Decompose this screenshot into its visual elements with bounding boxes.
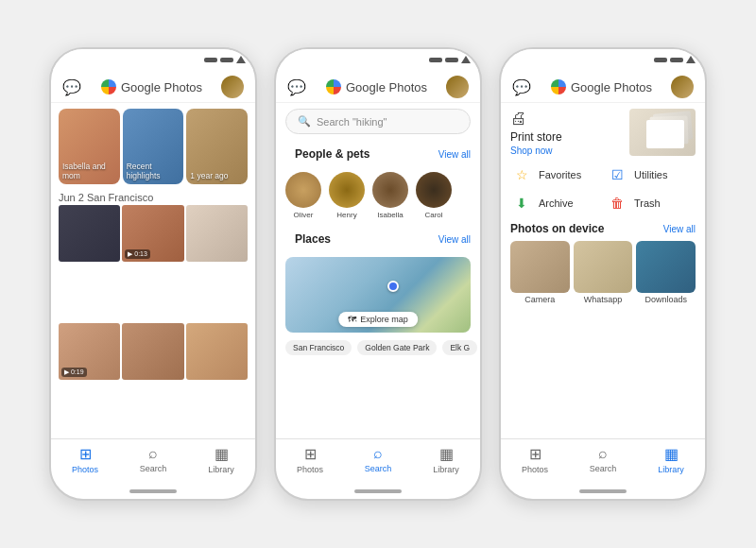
nav-library-1[interactable]: ▦ Library [187,445,255,474]
wifi-icon-2 [445,58,458,62]
person-avatar-oliver [285,172,321,208]
photo-cell-2[interactable] [186,205,248,262]
app-header-1: 💬 Google Photos [51,70,255,103]
person-oliver[interactable]: Oliver [285,172,321,219]
chat-icon[interactable]: 💬 [62,78,81,96]
app-name-1: Google Photos [121,80,202,94]
phone-notch-1 [51,49,255,70]
photo-cell-5[interactable] [186,323,248,380]
search-bar[interactable]: 🔍 Search "hiking" [285,109,471,134]
print-store-title: Print store [510,130,562,144]
print-store-image [629,109,696,156]
library-nav-icon-2: ▦ [439,445,454,463]
app-logo-1: Google Photos [100,78,202,95]
person-avatar-isabella [372,172,408,208]
utility-trash[interactable]: 🗑 Trash [606,192,696,214]
search-nav-icon-3: ⌕ [598,445,608,462]
home-bar-3 [579,489,627,493]
search-nav-icon-2: ⌕ [373,445,383,462]
print-store-info: 🖨 Print store Shop now [510,109,562,156]
device-folder-downloads[interactable]: Downloads [636,241,696,304]
nav-library-label-1: Library [208,465,234,474]
nav-photos-3[interactable]: ⊞ Photos [501,445,569,474]
device-photos-row: Camera Whatsapp Downloads [510,241,696,304]
chip-elk[interactable]: Elk G [442,340,477,355]
nav-photos-label-3: Photos [522,465,548,474]
person-isabella[interactable]: Isabella [372,172,408,219]
bottom-nav-2: ⊞ Photos ⌕ Search ▦ Library [276,438,480,484]
nav-library-label-3: Library [658,465,684,474]
highlight-card-2[interactable]: 1 year ago [186,109,248,184]
bottom-nav-1: ⊞ Photos ⌕ Search ▦ Library [51,438,255,484]
chip-sf[interactable]: San Francisco [285,340,352,355]
person-name-henry: Henry [336,211,356,219]
nav-photos-1[interactable]: ⊞ Photos [51,445,119,474]
nav-search-2[interactable]: ⌕ Search [344,445,412,474]
phone-notch-2 [276,49,480,70]
places-view-all[interactable]: View all [438,234,471,245]
print-store-card[interactable]: 🖨 Print store Shop now [510,109,696,156]
signal-icon-2 [429,58,442,62]
avatar-2[interactable] [446,76,469,98]
signal-icon [204,58,217,62]
photo-cell-4[interactable] [122,323,183,380]
chip-ggp[interactable]: Golden Gate Park [357,340,437,355]
pinwheel-icon-2 [325,78,342,95]
photo-cell-1[interactable]: ▶ 0:13 [122,205,183,262]
utility-archive[interactable]: ⬇ Archive [510,192,600,214]
avatar-1[interactable] [221,76,244,98]
utility-archive-label: Archive [539,197,574,209]
nav-search-label-2: Search [365,464,392,473]
places-section-title: Places [285,229,340,249]
highlight-label-0: Isabella and mom [62,162,120,180]
bottom-nav-3: ⊞ Photos ⌕ Search ▦ Library [501,438,705,484]
nav-photos-label-1: Photos [72,465,98,474]
nav-search-label-1: Search [140,464,167,473]
pinwheel-icon [100,78,117,95]
photos-nav-icon-3: ⊞ [529,445,541,463]
device-folder-name-camera: Camera [510,295,570,304]
wifi-icon [220,58,233,62]
utility-utilities[interactable]: ☑ Utilities [606,163,696,186]
chat-icon-2[interactable]: 💬 [287,78,306,96]
battery-icon [236,56,246,63]
places-section-header: Places View all [276,225,480,253]
utility-trash-label: Trash [634,197,661,209]
chat-icon-3[interactable]: 💬 [512,78,531,96]
photo-cell-0[interactable] [59,205,120,262]
archive-icon: ⬇ [510,192,533,214]
device-folder-whatsapp[interactable]: Whatsapp [574,241,633,304]
avatar-3[interactable] [671,76,694,98]
highlight-label-2: 1 year ago [190,171,228,180]
nav-photos-2[interactable]: ⊞ Photos [276,445,344,474]
photo-cell-3[interactable]: ▶ 0:19 [59,323,120,380]
highlight-card-1[interactable]: Recent highlights [123,109,184,184]
nav-search-1[interactable]: ⌕ Search [119,445,187,474]
app-header-2: 💬 Google Photos [276,70,480,103]
utility-favorites[interactable]: ☆ Favorites [510,163,600,186]
map-area[interactable]: 🗺 Explore map [285,257,471,333]
utility-favorites-label: Favorites [539,169,581,180]
photos-nav-icon: ⊞ [79,445,92,463]
person-henry[interactable]: Henry [329,172,365,219]
print-store-subtitle[interactable]: Shop now [510,146,562,156]
nav-library-2[interactable]: ▦ Library [412,445,480,474]
places-chips: San Francisco Golden Gate Park Elk G [276,336,480,359]
person-carol[interactable]: Carol [416,172,452,219]
nav-library-3[interactable]: ▦ Library [637,445,705,474]
photos-nav-icon-2: ⊞ [304,445,317,463]
home-indicator-3 [501,484,705,499]
device-folder-camera[interactable]: Camera [510,241,570,304]
battery-icon-3 [686,56,696,63]
on-device-header: Photos on device View all [510,222,696,235]
explore-map-button[interactable]: 🗺 Explore map [338,312,418,327]
trash-icon: 🗑 [606,192,628,214]
on-device-title: Photos on device [510,222,604,235]
utility-grid: ☆ Favorites ☑ Utilities ⬇ Archive 🗑 Tras… [510,163,696,214]
person-name-oliver: Oliver [294,211,314,219]
highlight-card-0[interactable]: Isabella and mom [59,109,120,184]
nav-search-3[interactable]: ⌕ Search [569,445,637,474]
explore-map-icon: 🗺 [348,315,356,324]
people-view-all[interactable]: View all [438,149,471,160]
on-device-view-all[interactable]: View all [663,224,696,234]
